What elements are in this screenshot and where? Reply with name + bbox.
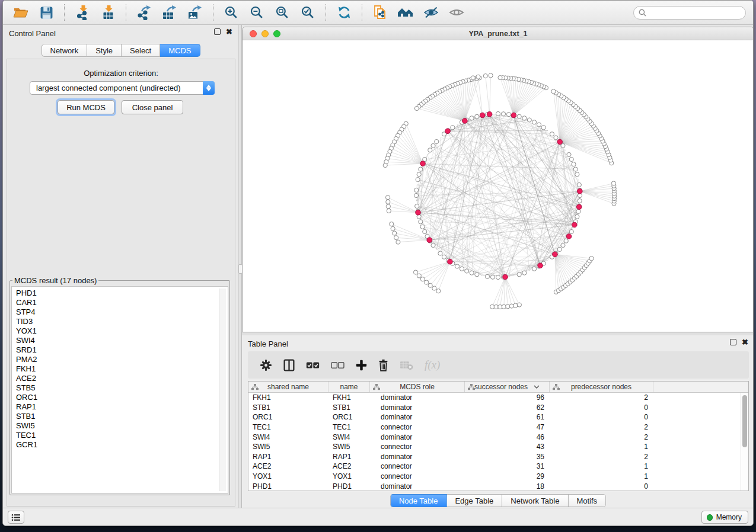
result-list-item[interactable]: TEC1 <box>16 431 228 440</box>
network-node[interactable] <box>428 283 432 287</box>
mcds-hub-node[interactable] <box>557 139 563 145</box>
mcds-hub-node[interactable] <box>416 210 421 215</box>
network-node[interactable] <box>537 123 541 127</box>
table-row[interactable]: PHD1PHD1dominator180 <box>248 481 748 491</box>
zoom-out-icon[interactable] <box>246 3 267 22</box>
network-node[interactable] <box>557 247 562 251</box>
mcds-hub-node[interactable] <box>462 118 468 124</box>
network-node[interactable] <box>415 204 419 208</box>
network-node[interactable] <box>522 116 527 120</box>
network-node[interactable] <box>460 267 464 271</box>
network-node[interactable] <box>527 118 531 122</box>
save-session-icon[interactable] <box>36 3 57 22</box>
network-node[interactable] <box>475 273 479 277</box>
network-node[interactable] <box>420 225 425 229</box>
result-list-scrollbar[interactable] <box>219 289 226 491</box>
network-node[interactable] <box>420 277 425 281</box>
network-node[interactable] <box>419 167 423 171</box>
result-list-item[interactable]: CAR1 <box>16 298 228 307</box>
network-canvas[interactable] <box>243 40 754 332</box>
export-image-icon[interactable] <box>184 3 206 22</box>
network-node[interactable] <box>442 255 446 259</box>
network-node[interactable] <box>573 167 578 171</box>
result-list-item[interactable]: TID3 <box>16 317 228 326</box>
network-node[interactable] <box>428 148 432 152</box>
table-panel-float-button[interactable] <box>730 339 736 345</box>
network-node[interactable] <box>576 209 580 213</box>
network-node[interactable] <box>541 126 546 130</box>
network-node[interactable] <box>387 209 391 213</box>
network-node[interactable] <box>436 289 441 293</box>
table-row[interactable]: TEC1TEC1connector472 <box>248 422 748 432</box>
result-list-item[interactable]: SWI5 <box>16 421 228 431</box>
tab-network[interactable]: Network <box>41 44 87 57</box>
mcds-hub-node[interactable] <box>538 263 543 268</box>
mcds-hub-node[interactable] <box>553 252 558 257</box>
mcds-hub-node[interactable] <box>572 222 578 227</box>
network-node[interactable] <box>589 257 594 261</box>
table-row[interactable]: ORC1ORC1dominator610 <box>248 412 748 422</box>
import-network-icon[interactable] <box>72 3 93 22</box>
first-neighbors-icon[interactable] <box>395 3 416 22</box>
network-node[interactable] <box>425 280 429 284</box>
network-node[interactable] <box>517 114 521 118</box>
column-header-name[interactable]: name <box>328 382 370 392</box>
network-node[interactable] <box>385 196 390 200</box>
mcds-hub-node[interactable] <box>566 234 572 239</box>
network-node[interactable] <box>438 251 442 255</box>
table-row[interactable]: FKH1FKH1dominator962 <box>248 393 748 403</box>
network-node[interactable] <box>517 303 521 307</box>
network-node[interactable] <box>485 274 489 278</box>
result-list-item[interactable]: FKH1 <box>16 364 228 374</box>
tab-node-table[interactable]: Node Table <box>390 494 447 507</box>
mcds-hub-node[interactable] <box>487 111 492 117</box>
network-graph[interactable] <box>243 40 754 332</box>
search-input[interactable] <box>649 8 738 17</box>
network-node[interactable] <box>383 163 387 167</box>
network-node[interactable] <box>393 231 397 235</box>
tab-motifs[interactable]: Motifs <box>568 494 606 507</box>
network-node[interactable] <box>577 182 581 187</box>
zoom-selected-icon[interactable] <box>297 3 318 22</box>
network-node[interactable] <box>567 152 571 156</box>
network-node[interactable] <box>391 226 395 230</box>
column-header-predecessor-nodes[interactable]: predecessor nodes <box>550 382 653 392</box>
table-scrollbar[interactable] <box>741 393 748 491</box>
result-list-item[interactable]: PHD1 <box>16 289 228 298</box>
network-node[interactable] <box>435 139 439 143</box>
network-node[interactable] <box>396 240 400 244</box>
network-node[interactable] <box>522 271 527 275</box>
network-node[interactable] <box>506 113 511 117</box>
network-node[interactable] <box>550 132 554 136</box>
delete-column-icon[interactable] <box>378 359 388 371</box>
zoom-in-icon[interactable] <box>221 3 242 22</box>
network-node[interactable] <box>489 73 493 78</box>
table-scrollbar-thumb[interactable] <box>742 395 747 447</box>
result-list-item[interactable]: ORC1 <box>16 393 228 402</box>
network-node[interactable] <box>431 143 435 148</box>
network-node[interactable] <box>423 229 427 233</box>
export-network-icon[interactable] <box>133 3 155 22</box>
result-list-item[interactable]: GCR1 <box>16 440 228 450</box>
network-node[interactable] <box>417 172 421 177</box>
optimization-criterion-select[interactable]: largest connected component (undirected) <box>30 81 215 95</box>
copy-network-icon[interactable] <box>369 3 391 22</box>
network-node[interactable] <box>517 273 521 277</box>
mcds-hub-node[interactable] <box>448 259 453 264</box>
result-list-item[interactable]: STP4 <box>16 307 228 317</box>
network-node[interactable] <box>501 112 505 116</box>
network-node[interactable] <box>611 181 615 185</box>
result-list-item[interactable]: SRD1 <box>16 345 228 355</box>
tab-select[interactable]: Select <box>122 44 160 57</box>
memory-button[interactable]: Memory <box>701 511 748 524</box>
network-node[interactable] <box>498 75 502 79</box>
task-history-button[interactable] <box>8 511 24 524</box>
result-list-item[interactable]: SWI4 <box>16 336 228 345</box>
network-node[interactable] <box>386 204 390 209</box>
network-node[interactable] <box>513 303 518 307</box>
run-mcds-button[interactable]: Run MCDS <box>58 100 114 114</box>
network-node[interactable] <box>414 106 419 110</box>
network-node[interactable] <box>575 172 579 177</box>
table-row[interactable]: SWI4SWI4dominator462 <box>248 432 748 442</box>
hide-selected-icon[interactable] <box>420 3 442 22</box>
